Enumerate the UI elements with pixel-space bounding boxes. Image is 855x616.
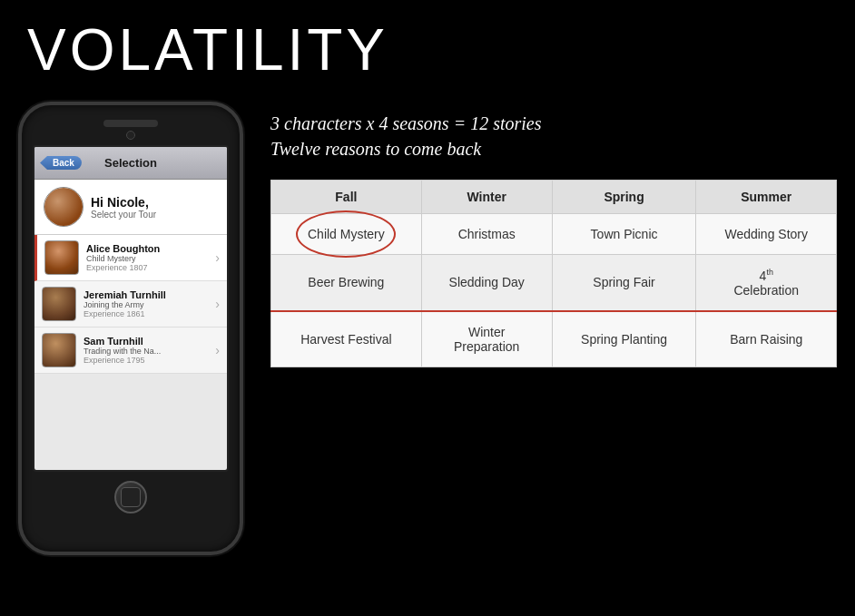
user-greeting-area: Hi Nicole, Select your Tour: [34, 180, 227, 235]
tagline: 3 characters x 4 seasons = 12 stories Tw…: [270, 111, 837, 161]
user-avatar: [44, 187, 84, 227]
phone-speaker: [103, 120, 158, 127]
page-title: VOLATILITY: [0, 0, 855, 93]
phone-home-inner: [121, 487, 141, 507]
phone-mockup: Back Selection Hi Nicole, Select your To…: [18, 102, 243, 555]
nav-bar: Back Selection: [34, 147, 227, 180]
table-row: Beer Brewing Sledding Day Spring Fair 4t…: [271, 255, 837, 311]
user-text-block: Hi Nicole, Select your Tour: [91, 195, 156, 220]
cell-spring-planting: Spring Planting: [552, 311, 696, 367]
phone-camera: [126, 131, 135, 140]
character-item-sam[interactable]: Sam Turnhill Trading with the Na... Expe…: [34, 328, 227, 374]
nav-back-button[interactable]: Back: [40, 156, 82, 170]
alice-name: Alice Boughton: [86, 243, 211, 254]
jeremiah-arrow-icon: ›: [215, 297, 220, 311]
user-avatar-image: [44, 188, 83, 226]
table-header-row: Fall Winter Spring Summer: [271, 181, 837, 214]
alice-role: Child Mystery: [86, 254, 211, 263]
cell-4th-celebration: 4th Celebration: [696, 255, 837, 311]
sam-avatar: [42, 333, 76, 367]
cell-town-picnic: Town Picnic: [552, 214, 696, 255]
cell-child-mystery: Child Mystery: [271, 214, 422, 255]
phone-home-button[interactable]: [114, 481, 147, 513]
nav-title: Selection: [104, 156, 157, 170]
cell-harvest-festival: Harvest Festival: [271, 311, 422, 367]
story-table: Fall Winter Spring Summer Child Mystery …: [270, 180, 837, 367]
tagline-line2: Twelve reasons to come back: [270, 136, 837, 161]
col-summer: Summer: [696, 181, 837, 214]
jeremiah-exp: Experience 1861: [84, 309, 211, 318]
tagline-line1: 3 characters x 4 seasons = 12 stories: [270, 111, 837, 136]
main-content: Back Selection Hi Nicole, Select your To…: [0, 93, 855, 555]
cell-barn-raising: Barn Raising: [696, 311, 837, 367]
jeremiah-avatar: [42, 287, 76, 321]
user-sub-text: Select your Tour: [91, 210, 156, 220]
jeremiah-name: Jeremiah Turnhill: [84, 289, 211, 300]
cell-wedding-story: Wedding Story: [696, 214, 837, 255]
cell-winter-preparation: WinterPreparation: [421, 311, 552, 367]
alice-exp: Experience 1807: [86, 263, 211, 272]
right-panel: 3 characters x 4 seasons = 12 stories Tw…: [270, 102, 837, 555]
alice-info: Alice Boughton Child Mystery Experience …: [86, 243, 211, 272]
col-spring: Spring: [552, 181, 696, 214]
alice-avatar: [44, 240, 79, 275]
phone-screen: Back Selection Hi Nicole, Select your To…: [33, 145, 229, 472]
jeremiah-info: Jeremiah Turnhill Joining the Army Exper…: [84, 289, 211, 318]
sam-info: Sam Turnhill Trading with the Na... Expe…: [84, 336, 211, 365]
alice-arrow-icon: ›: [215, 250, 220, 265]
sam-name: Sam Turnhill: [84, 336, 211, 347]
sam-arrow-icon: ›: [215, 343, 220, 357]
table-row: Harvest Festival WinterPreparation Sprin…: [271, 311, 837, 367]
sam-exp: Experience 1795: [84, 356, 211, 365]
cell-text: Child Mystery: [308, 227, 385, 241]
character-item-alice[interactable]: Alice Boughton Child Mystery Experience …: [34, 235, 227, 281]
character-item-jeremiah[interactable]: Jeremiah Turnhill Joining the Army Exper…: [34, 281, 227, 328]
cell-spring-fair: Spring Fair: [552, 255, 696, 311]
cell-beer-brewing: Beer Brewing: [271, 255, 422, 311]
cell-sledding-day: Sledding Day: [421, 255, 552, 311]
col-fall: Fall: [271, 181, 422, 214]
cell-celebration-text: Celebration: [733, 283, 799, 298]
sam-role: Trading with the Na...: [84, 347, 211, 356]
jeremiah-role: Joining the Army: [84, 300, 211, 309]
cell-christmas: Christmas: [421, 214, 552, 255]
superscript-th: th: [766, 268, 773, 277]
table-row: Child Mystery Christmas Town Picnic Wedd…: [271, 214, 837, 255]
user-greeting-text: Hi Nicole,: [91, 195, 156, 210]
col-winter: Winter: [421, 181, 552, 214]
